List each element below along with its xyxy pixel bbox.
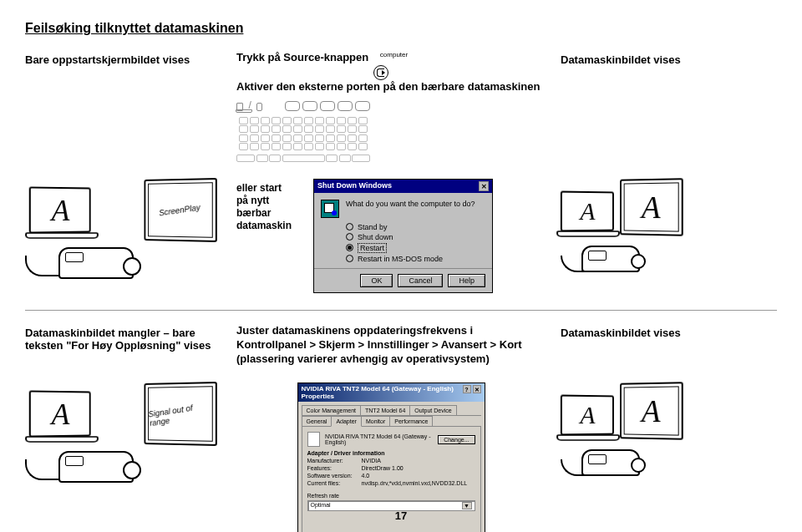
tab-tnt2[interactable]: TNT2 Model 64 — [360, 405, 410, 415]
software-version-value: 4.0 — [362, 473, 370, 479]
shutdown-dialog: Shut Down Windows ✕ What do you want the… — [313, 179, 493, 293]
windows-icon — [321, 200, 339, 218]
illustration-row-1: A ScreenPlay eller start på nytt bærbar … — [25, 179, 777, 293]
laptop-screen: A — [561, 395, 614, 436]
source-button-text: Trykk på Source-knappen — [236, 51, 368, 63]
projection-screen: ScreenPlay — [144, 178, 216, 242]
laptop-screen: A — [29, 391, 91, 438]
row1-right-heading: Datamaskinbildet vises — [561, 51, 777, 162]
projector-icon — [58, 247, 134, 279]
close-icon[interactable]: ✕ — [473, 385, 481, 393]
change-button[interactable]: Change... — [438, 435, 475, 444]
laptop-screen: A — [29, 186, 91, 233]
help-icon[interactable]: ? — [463, 385, 471, 393]
radio-shutdown[interactable] — [346, 233, 353, 241]
key-icon — [285, 101, 300, 111]
current-files-value: nvdisp.drv,*vdd,nvmini.vxd,NVDD32.DLL — [362, 480, 468, 486]
laptop-screen: A — [561, 190, 614, 231]
key-icon — [302, 101, 317, 111]
screenplay-text: ScreenPlay — [159, 202, 201, 217]
signal-out-text: Signal out of range — [148, 400, 213, 428]
page-title: Feilsøking tilknyttet datamaskinen — [25, 21, 777, 36]
projection-screen: A — [620, 178, 683, 236]
cancel-button[interactable]: Cancel — [398, 274, 443, 287]
adapter-info-heading: Adapter / Driver information — [307, 450, 475, 456]
ok-button[interactable]: OK — [360, 274, 393, 287]
key-icon — [256, 103, 262, 111]
radio-restart-label: Restart — [358, 243, 387, 253]
adapter-icon — [307, 432, 320, 447]
computer-label: computer — [380, 51, 408, 59]
properties-dialog: NVIDIA RIVA TNT2 Model 64 (Gateway - Eng… — [297, 383, 485, 532]
radio-msdos[interactable] — [346, 255, 353, 262]
row1-mid-line1: Trykk på Source-knappen computer — [236, 51, 546, 80]
current-files-label: Current files: — [307, 480, 362, 486]
tab-output[interactable]: Output Device — [409, 405, 456, 415]
key-icon — [355, 101, 370, 111]
dialog-title: Shut Down Windows — [317, 181, 392, 191]
laptop-projector-working: A A — [561, 179, 777, 279]
laptop-mini-icon — [236, 103, 243, 111]
radio-msdos-label: Restart in MS-DOS mode — [358, 255, 443, 263]
features-label: Features: — [307, 465, 362, 471]
refresh-rate-dropdown[interactable]: Optimal ▼ — [307, 500, 475, 511]
laptop-projector-illustration: A Signal out of range — [25, 383, 221, 487]
tabs-row-2: General Adapter Monitor Performance — [302, 416, 481, 427]
manufacturer-value: NVIDIA — [362, 458, 381, 464]
key-icon — [338, 101, 353, 111]
tab-monitor[interactable]: Monitor — [361, 416, 390, 426]
close-icon[interactable]: ✕ — [479, 181, 489, 191]
projection-screen: A — [620, 383, 683, 441]
source-button-icon — [373, 65, 388, 80]
row1-mid-line2: Aktiver den eksterne porten på den bærba… — [236, 80, 546, 94]
row2-left-heading: Datamaskinbildet mangler – bare teksten … — [25, 324, 221, 367]
radio-standby[interactable] — [346, 223, 353, 231]
keyboard-illustration: / — [236, 99, 370, 162]
row1-headers: Bare oppstartskjermbildet vises Trykk på… — [25, 51, 777, 162]
row2-mid-heading: Juster datamaskinens oppdateringsfrekven… — [236, 324, 546, 367]
tab-color-mgmt[interactable]: Color Management — [302, 405, 362, 415]
manufacturer-label: Manufacturer: — [307, 458, 362, 464]
divider — [25, 310, 777, 311]
radio-standby-label: Stand by — [358, 223, 388, 231]
projector-icon — [58, 451, 134, 483]
key-icon — [320, 101, 335, 111]
chevron-down-icon: ▼ — [462, 502, 472, 509]
software-version-label: Software version: — [307, 473, 362, 479]
radio-shutdown-label: Shut down — [358, 233, 393, 241]
refresh-rate-label: Refresh rate — [307, 493, 475, 499]
props-title-text: NVIDIA RIVA TNT2 Model 64 (Gateway - Eng… — [302, 385, 463, 400]
tab-performance[interactable]: Performance — [389, 416, 433, 426]
laptop-projector-illustration: A ScreenPlay — [25, 179, 221, 283]
projector-icon — [581, 246, 640, 272]
features-value: DirectDraw 1.00 — [362, 465, 404, 471]
row1-left-heading: Bare oppstartskjermbildet vises — [25, 51, 221, 162]
projection-screen: Signal out of range — [144, 382, 216, 446]
tab-general[interactable]: General — [302, 416, 332, 426]
row2-right-heading: Datamaskinbildet vises — [561, 324, 777, 367]
tabs-row-1: Color Management TNT2 Model 64 Output De… — [302, 405, 481, 416]
tab-adapter[interactable]: Adapter — [331, 416, 362, 427]
laptop-projector-working: A A — [561, 383, 777, 483]
row2-headers: Datamaskinbildet mangler – bare teksten … — [25, 324, 777, 367]
dialog-question: What do you want the computer to do? — [346, 200, 475, 218]
radio-restart[interactable] — [346, 244, 353, 251]
help-button[interactable]: Help — [448, 274, 485, 287]
adapter-name: NVIDIA RIVA TNT2 Model 64 (Gateway - Eng… — [325, 433, 433, 445]
refresh-rate-value: Optimal — [311, 502, 331, 509]
projector-icon — [581, 449, 640, 476]
page-number: 17 — [395, 509, 407, 522]
restart-text: eller start på nytt bærbar datamaskin — [236, 179, 303, 293]
